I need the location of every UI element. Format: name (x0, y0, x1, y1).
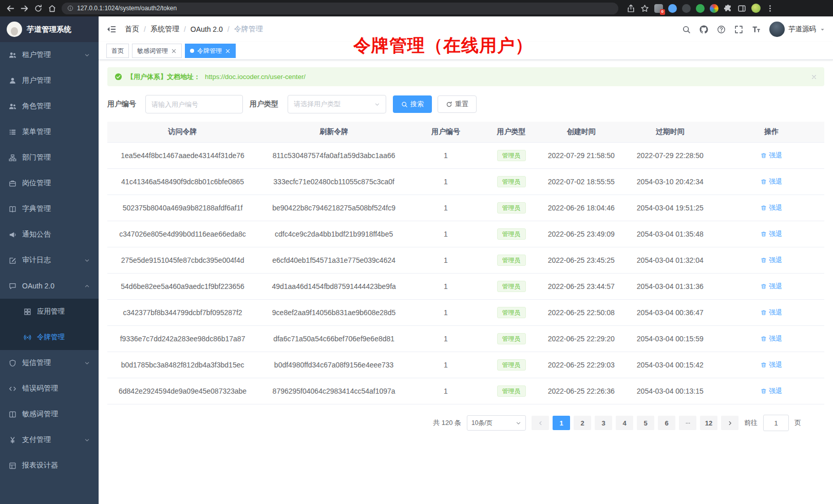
prev-page-button[interactable] (532, 416, 549, 430)
sidebar-item-notice[interactable]: 通知公告 (0, 222, 99, 247)
url-text: 127.0.0.1:1024/system/oauth2/token (77, 5, 177, 12)
breadcrumb-item[interactable]: 系统管理 (150, 25, 179, 34)
sidebar-item-oauth2-app[interactable]: 应用管理 (0, 299, 99, 324)
user-menu[interactable]: 芋道源码 (769, 22, 825, 37)
share-icon[interactable] (627, 4, 635, 13)
chevron-down-icon (84, 437, 90, 443)
page-button-12[interactable]: 12 (700, 416, 717, 430)
bookmark-star-icon[interactable] (640, 4, 649, 13)
page-button-3[interactable]: 3 (595, 416, 612, 430)
extension-icon-3[interactable] (682, 4, 691, 13)
browser-profile-avatar[interactable] (751, 4, 761, 13)
sidebar-item-dept[interactable]: 部门管理 (0, 145, 99, 170)
sidebar-item-post[interactable]: 岗位管理 (0, 170, 99, 196)
sidebar-item-tenant[interactable]: 租户管理 (0, 42, 99, 68)
browser-address-bar[interactable]: 127.0.0.1:1024/system/oauth2/token (62, 3, 618, 14)
force-logout-button[interactable]: 强退 (761, 386, 782, 396)
cell-refresh-token: e6cfd40eb1f54571a31e775e039c4624 (258, 247, 410, 274)
user-type-badge: 管理员 (497, 281, 526, 292)
reset-button[interactable]: 重置 (438, 95, 477, 113)
extension-icon-1[interactable]: 0 (654, 4, 663, 13)
sidebar-item-report-designer[interactable]: 报表设计器 (0, 453, 99, 478)
column-header: 创建时间 (541, 122, 621, 143)
page-size-select[interactable]: 10条/页 (467, 415, 526, 431)
extension-icon-5[interactable] (710, 4, 718, 13)
cell-action: 强退 (719, 247, 824, 274)
chevron-down-icon (84, 360, 90, 366)
extension-icon-4[interactable] (696, 4, 705, 13)
browser-menu-icon[interactable] (766, 4, 774, 13)
sidebar-item-user[interactable]: 用户管理 (0, 68, 99, 93)
cell-refresh-token: be90422b8c7946218275a508bf524fc9 (258, 195, 410, 221)
breadcrumb-item[interactable]: 首页 (125, 25, 139, 34)
browser-back-icon[interactable] (6, 4, 15, 13)
next-page-button[interactable] (721, 416, 739, 430)
sidebar-item-sensitive-word[interactable]: 敏感词管理 (0, 401, 99, 427)
goto-page-input[interactable] (763, 415, 789, 431)
sidebar-item-menu[interactable]: 菜单管理 (0, 119, 99, 145)
header-search-icon[interactable] (682, 25, 691, 34)
tab-sensitive-word[interactable]: 敏感词管理 (132, 44, 182, 58)
sidebar-toggle-icon[interactable] (106, 24, 117, 34)
page-button-6[interactable]: 6 (658, 416, 675, 430)
briefcase-icon (9, 180, 16, 187)
user-type-select[interactable]: 请选择用户类型 (288, 95, 386, 113)
side-panel-icon[interactable] (737, 4, 746, 13)
fullscreen-icon[interactable] (734, 25, 743, 34)
search-button[interactable]: 搜索 (393, 95, 432, 113)
force-logout-button[interactable]: 强退 (761, 360, 782, 370)
sidebar-item-label: 令牌管理 (37, 333, 65, 342)
browser-forward-icon[interactable] (20, 4, 29, 13)
tab-token[interactable]: 令牌管理 (185, 44, 236, 58)
force-logout-button[interactable]: 强退 (761, 151, 782, 160)
sidebar-item-dict[interactable]: 字典管理 (0, 196, 99, 222)
cell-user-id: 1 (410, 274, 482, 300)
force-logout-button[interactable]: 强退 (761, 203, 782, 212)
force-logout-button[interactable]: 强退 (761, 308, 782, 317)
column-header: 用户类型 (482, 122, 541, 143)
list-icon (9, 128, 16, 136)
doc-link[interactable]: https://doc.iocoder.cn/user-center/ (205, 73, 306, 81)
page-unit-label: 页 (794, 418, 801, 428)
pager-ellipsis[interactable] (679, 416, 696, 430)
page-button-1[interactable]: 1 (553, 416, 570, 430)
extension-icon-2[interactable] (668, 4, 677, 13)
extensions-puzzle-icon[interactable] (724, 4, 732, 13)
sidebar-item-oauth2-token[interactable]: 令牌管理 (0, 324, 99, 350)
token-table: 访问令牌刷新令牌用户编号用户类型创建时间过期时间操作 1ea5e44f8bc14… (107, 122, 824, 404)
sidebar-item-sms[interactable]: 短信管理 (0, 350, 99, 376)
cell-create-time: 2022-06-25 23:45:25 (541, 247, 621, 274)
force-logout-button[interactable]: 强退 (761, 282, 782, 291)
site-info-icon[interactable] (67, 5, 73, 11)
cell-user-type: 管理员 (482, 274, 541, 300)
sidebar-item-error-code[interactable]: 错误码管理 (0, 376, 99, 401)
column-header: 刷新令牌 (258, 122, 410, 143)
page-button-2[interactable]: 2 (574, 416, 591, 430)
github-icon[interactable] (699, 25, 708, 34)
user-type-badge: 管理员 (497, 333, 526, 344)
user-type-badge: 管理员 (497, 307, 526, 318)
sidebar-item-audit-log[interactable]: 审计日志 (0, 247, 99, 273)
page-button-4[interactable]: 4 (616, 416, 633, 430)
force-logout-button[interactable]: 强退 (761, 334, 782, 343)
trash-icon (761, 231, 767, 237)
breadcrumb-item[interactable]: OAuth 2.0 (191, 25, 223, 33)
refresh-icon (446, 101, 452, 108)
page-button-5[interactable]: 5 (637, 416, 654, 430)
sidebar-item-pay[interactable]: 支付管理 (0, 427, 99, 453)
user-id-input[interactable] (145, 95, 243, 113)
help-icon[interactable] (717, 25, 726, 34)
alert-close-icon[interactable] (811, 74, 817, 80)
chevron-right-icon (727, 420, 733, 426)
font-size-icon[interactable] (752, 25, 761, 34)
tab-home[interactable]: 首页 (106, 44, 129, 58)
cell-user-type: 管理员 (482, 300, 541, 326)
broadcast-icon (24, 334, 31, 341)
browser-home-icon[interactable] (48, 4, 56, 13)
force-logout-button[interactable]: 强退 (761, 177, 782, 186)
sidebar-item-role[interactable]: 角色管理 (0, 93, 99, 119)
force-logout-button[interactable]: 强退 (761, 229, 782, 239)
sidebar-item-oauth2[interactable]: OAuth 2.0 (0, 273, 99, 299)
browser-reload-icon[interactable] (34, 4, 43, 13)
force-logout-button[interactable]: 强退 (761, 256, 782, 265)
